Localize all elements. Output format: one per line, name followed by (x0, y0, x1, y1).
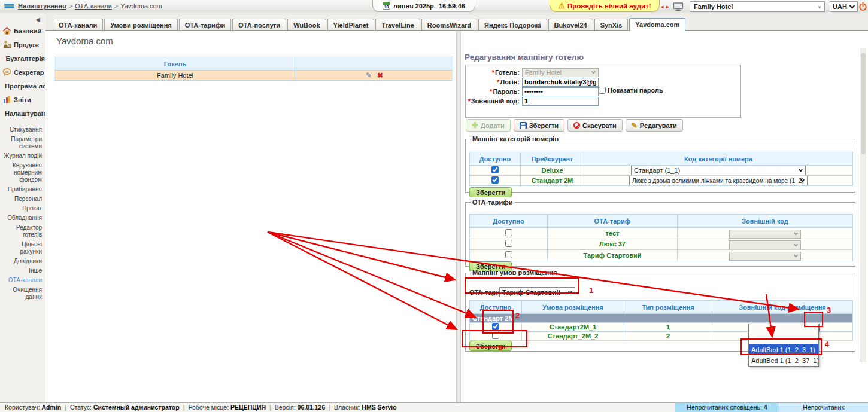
delete-icon[interactable]: ✖ (377, 71, 383, 80)
breadcrumb-settings[interactable]: Налаштування (18, 2, 66, 10)
tab-yavdoma.com[interactable]: Yavdoma.com (629, 18, 685, 31)
available-checkbox[interactable] (492, 332, 499, 339)
sidebar-subitem-редактор-готелів[interactable]: Редактор готелів (0, 223, 45, 240)
currency-select[interactable]: UAH (830, 1, 858, 12)
power-button[interactable] (858, 2, 867, 13)
tab-умови-розміщення[interactable]: Умови розміщення (104, 19, 177, 30)
room-code-select[interactable]: Стандарт (1_1) (631, 166, 806, 175)
add-button[interactable]: ✚Додати (466, 119, 511, 132)
sidebar-item-secretary[interactable]: oo Секретар (0, 65, 45, 79)
cancel-button[interactable]: Скасувати (567, 119, 623, 132)
placement-name: Стандарт_2М_2 (522, 332, 624, 341)
sidebar-subitem-персонал[interactable]: Персонал (0, 194, 45, 204)
sidebar-subitem-ота-канали[interactable]: ОТА-канали (0, 276, 45, 285)
column-header: Тип розміщення (624, 301, 712, 314)
tab-ота-послуги[interactable]: ОТА-послуги (232, 19, 286, 30)
nav-arrows-icon[interactable]: ◂ ▸ (661, 4, 670, 10)
calendar-icon: 18 (383, 2, 390, 10)
sidebar-subitem-довідники[interactable]: Довідники (0, 257, 45, 266)
sidebar-item-sales[interactable]: Продаж (0, 38, 45, 51)
save-placement-mapping-button[interactable]: Зберегти (469, 341, 512, 351)
tab-bukovel24[interactable]: Bukovel24 (548, 19, 593, 30)
tab-яндекс-подорожі[interactable]: Яндекс Подорожі (478, 19, 547, 30)
scrollbar-thumb[interactable] (861, 53, 866, 154)
login-field-label: Логін: (500, 78, 520, 86)
sidebar-collapse-arrow-icon[interactable]: ◀ (0, 13, 45, 24)
external-code-field-label: Зовнішній код: (471, 97, 520, 105)
sidebar-submenu: СтикуванняПараметри системиЖурнал подійК… (0, 125, 45, 302)
dropdown-option[interactable]: AdultBed 1 (1_2_37_1) (749, 355, 818, 366)
placement-name: Стандарт2М_1 (522, 323, 624, 332)
table-row: Тариф Стартовий (470, 250, 853, 261)
scrollbar[interactable] (860, 48, 866, 362)
show-password-checkbox[interactable] (599, 87, 606, 94)
available-checkbox[interactable] (492, 323, 499, 330)
panel-splitter[interactable] (456, 31, 461, 402)
tab-synxis[interactable]: SynXis (594, 19, 629, 30)
tab-travelline[interactable]: TravelLine (375, 19, 420, 30)
hotel-select[interactable]: Family Hotel ▼ (690, 1, 825, 12)
sidebar-item-label: Звіти (14, 96, 31, 103)
reports-icon (2, 95, 11, 104)
sidebar-subitem-інше[interactable]: Інше (0, 266, 45, 276)
tab-wubook[interactable]: WuBook (287, 19, 326, 30)
svg-text:oo: oo (5, 70, 9, 74)
tab-ота-канали[interactable]: ОТА-канали (53, 19, 103, 30)
workstation-icon[interactable] (673, 2, 684, 13)
edit-button[interactable]: ✎Редагувати (626, 119, 683, 132)
save-category-mapping-button[interactable]: Зберегти (469, 187, 512, 197)
tab-roomswizard[interactable]: RoomsWizard (421, 19, 477, 30)
sidebar-subitem-цільові-рахунки[interactable]: Цільові рахунки (0, 240, 45, 257)
breadcrumb-ota-channels[interactable]: ОТА-канали (75, 2, 112, 10)
sidebar-item-label: Продаж (14, 41, 39, 48)
currency-select-value: UAH (833, 3, 847, 10)
sidebar-subitem-очищення-даних[interactable]: Очищення даних (0, 285, 45, 302)
column-header: Зовнішній код (678, 215, 853, 228)
menu-icon[interactable] (4, 3, 14, 9)
audit-warning[interactable]: ⚠ Проведіть нічний аудит! (550, 0, 660, 12)
save-button[interactable]: Зберегти (514, 119, 564, 132)
external-code-select (729, 252, 801, 261)
tab-ота-тарифи[interactable]: ОТА-тарифи (179, 19, 232, 30)
sidebar-subitem-журнал-подій[interactable]: Журнал подій (0, 151, 45, 161)
dropdown-option-selected[interactable]: AdultBed 1 (1_2_3_1) (749, 344, 818, 355)
sidebar-subitem-прокат[interactable]: Прокат (0, 204, 45, 213)
tariff-name: Тариф Стартовий (548, 250, 678, 261)
category-mapping-section: Маппінг категорій номерів Доступно Прейс… (465, 135, 855, 193)
ota-tariff-filter-select[interactable]: Тариф Стартовий (499, 287, 575, 297)
dropdown-option-blank[interactable] (749, 324, 818, 344)
room-code-select[interactable]: Люкс з двома великими ліжками та краєвид… (629, 176, 808, 185)
notifications-badge[interactable]: Непрочитаних сповіщень:4 (675, 403, 779, 412)
sale-icon (2, 40, 11, 49)
available-checkbox[interactable] (505, 251, 512, 258)
status-bar: Користувач: Admin|Статус: Системный адми… (0, 402, 868, 412)
tab-yieldplanet[interactable]: YieldPlanet (327, 19, 375, 30)
available-checkbox[interactable] (491, 166, 499, 173)
show-password-label: Показати пароль (608, 87, 663, 94)
accounting-icon (2, 54, 3, 63)
available-checkbox[interactable] (505, 240, 512, 247)
login-input[interactable] (522, 78, 599, 87)
sidebar-item-reports[interactable]: Звіти (0, 93, 45, 106)
warning-icon: ⚠ (558, 2, 565, 10)
sidebar-subitem-стикування[interactable]: Стикування (0, 125, 45, 135)
required-mark: * (497, 78, 499, 86)
sidebar-item-loyalty[interactable]: Програма ло (0, 79, 45, 93)
edit-icon[interactable]: ✎ (366, 71, 372, 80)
sidebar-subitem-керування-номерним-фондом[interactable]: Керування номерним фондом (0, 161, 45, 185)
available-checkbox[interactable] (505, 229, 512, 236)
date-display: 18 липня 2025р. 16:59:46 (372, 0, 475, 12)
sidebar-item-basic[interactable]: Базовий (0, 24, 45, 38)
sidebar-subitem-обладнання[interactable]: Обладнання (0, 213, 45, 223)
password-input[interactable] (522, 87, 599, 96)
available-checkbox[interactable] (491, 176, 499, 184)
external-code-input[interactable] (522, 97, 599, 106)
messages-badge[interactable]: Непрочитаних повідомлень:11 (779, 403, 868, 412)
sidebar-subitem-параметри-системи[interactable]: Параметри системи (0, 135, 45, 151)
sidebar-subitem-прибирання[interactable]: Прибирання (0, 185, 45, 194)
sidebar-item-label: Бухгалтерія (5, 55, 45, 62)
external-code-select (729, 240, 801, 249)
sidebar-item-settings[interactable]: Налаштуван (0, 106, 45, 120)
table-row: Стандарт 2М Люкс з двома великими ліжкам… (470, 176, 853, 186)
sidebar-item-accounting[interactable]: Бухгалтерія (0, 51, 45, 65)
